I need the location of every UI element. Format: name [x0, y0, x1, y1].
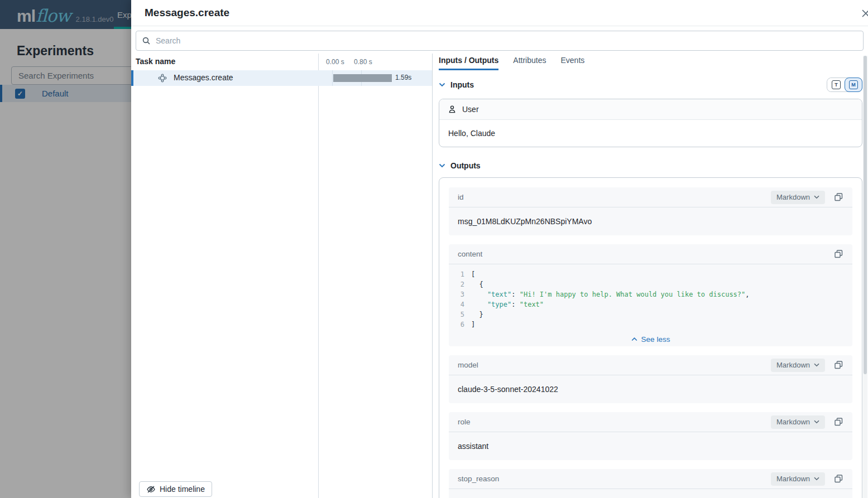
markdown-dropdown[interactable]: Markdown — [771, 472, 825, 486]
modal-title-bar: Messages.create — [131, 0, 868, 26]
output-field-stop-reason: stop_reason Markdown — [449, 469, 852, 498]
vertical-scrollbar[interactable] — [863, 56, 867, 498]
trace-span-icon — [158, 74, 167, 83]
output-field-content: content 1[2 {3 "text": "Hi! I'm happy to… — [449, 244, 852, 346]
field-header: stop_reason Markdown — [449, 469, 852, 489]
see-less-button[interactable]: See less — [449, 332, 852, 346]
field-header: role Markdown — [449, 412, 852, 432]
field-value — [449, 489, 852, 498]
timeline-duration-bar[interactable] — [333, 74, 392, 82]
outputs-section-header[interactable]: Outputs — [439, 156, 862, 176]
field-header: model Markdown — [449, 355, 852, 375]
text-view-button[interactable]: T — [827, 78, 845, 91]
user-icon — [448, 105, 457, 114]
markdown-dropdown[interactable]: Markdown — [771, 191, 825, 204]
search-icon — [142, 36, 151, 46]
user-message-card: User Hello, Claude — [439, 99, 862, 147]
duration-label: 1.59s — [395, 74, 411, 81]
chevron-down-icon — [814, 420, 819, 424]
markdown-dropdown-label: Markdown — [776, 418, 810, 426]
code-line: 6] — [449, 320, 852, 330]
see-less-label: See less — [641, 335, 670, 344]
field-value: assistant — [449, 432, 852, 460]
hide-timeline-button[interactable]: Hide timeline — [139, 481, 212, 497]
field-label: model — [458, 361, 478, 369]
chevron-up-icon — [631, 337, 637, 341]
markdown-dropdown[interactable]: Markdown — [771, 415, 825, 429]
inputs-section-title: Inputs — [450, 80, 474, 89]
chevron-down-icon — [814, 363, 819, 367]
chevron-down-icon — [814, 477, 819, 481]
outputs-container: id Markdown — [439, 177, 862, 498]
field-label: id — [458, 193, 464, 201]
chevron-down-icon — [814, 195, 819, 199]
copy-icon[interactable] — [834, 360, 843, 370]
copy-icon[interactable] — [834, 417, 843, 427]
hide-timeline-label: Hide timeline — [160, 485, 205, 494]
text-view-icon: T — [832, 80, 841, 89]
scrollbar-thumb[interactable] — [864, 56, 867, 374]
markdown-dropdown-label: Markdown — [776, 475, 810, 483]
task-tree-pane: Task name 0.00 s 0.80 s Messages.create — [131, 54, 433, 498]
markdown-view-button[interactable]: M — [845, 78, 862, 92]
modal-title: Messages.create — [145, 7, 229, 19]
markdown-dropdown[interactable]: Markdown — [771, 359, 825, 372]
task-name-column-header: Task name — [136, 57, 175, 66]
timeline-tick-0: 0.00 s — [326, 58, 344, 66]
detail-tabs: Inputs / Outputs Attributes Events — [433, 54, 868, 70]
eye-off-icon — [146, 485, 156, 494]
user-card-header: User — [439, 99, 862, 120]
field-header: id Markdown — [449, 187, 852, 207]
timeline-tick-1: 0.80 s — [354, 58, 372, 66]
output-field-role: role Markdown — [449, 412, 852, 460]
render-mode-toggle: T M — [827, 78, 862, 92]
code-line: 4 "type": "text" — [449, 299, 852, 310]
modal-main: Task name 0.00 s 0.80 s Messages.create — [131, 54, 868, 498]
copy-icon[interactable] — [834, 474, 843, 484]
user-card-value: Hello, Claude — [439, 120, 862, 147]
chevron-down-icon — [439, 83, 445, 87]
json-code-block: 1[2 {3 "text": "Hi! I'm happy to help. W… — [449, 264, 852, 330]
field-value: claude-3-5-sonnet-20241022 — [449, 375, 852, 403]
user-card-title: User — [462, 105, 479, 114]
tree-header-row: Task name 0.00 s 0.80 s — [131, 54, 432, 70]
output-field-id: id Markdown — [449, 187, 852, 235]
field-label: content — [458, 250, 482, 258]
tab-events[interactable]: Events — [560, 54, 584, 70]
trace-detail-modal: Messages.create Task name 0.00 s 0.80 s — [131, 0, 868, 498]
code-line: 2 { — [449, 279, 852, 289]
copy-icon[interactable] — [834, 192, 843, 202]
span-detail-pane: Inputs / Outputs Attributes Events Input… — [433, 54, 868, 498]
tab-inputs-outputs[interactable]: Inputs / Outputs — [439, 54, 498, 70]
markdown-dropdown-label: Markdown — [776, 361, 810, 369]
copy-icon[interactable] — [834, 249, 843, 259]
outputs-section-title: Outputs — [450, 161, 481, 170]
task-row-label: Messages.create — [174, 73, 233, 82]
output-field-model: model Markdown — [449, 355, 852, 403]
code-line: 5 } — [449, 310, 852, 320]
field-label: role — [458, 418, 471, 426]
inputs-section-header[interactable]: Inputs T M — [439, 75, 862, 95]
markdown-view-icon: M — [849, 80, 858, 89]
timeline-gridline — [332, 70, 333, 86]
screen: mlflow 2.18.1.dev0 Exp Experiments Searc… — [0, 0, 868, 498]
field-header: content — [449, 244, 852, 264]
trace-search-bar[interactable] — [136, 31, 864, 51]
field-label: stop_reason — [458, 475, 499, 483]
close-icon[interactable] — [861, 8, 868, 18]
code-line: 1[ — [449, 269, 852, 279]
tab-attributes[interactable]: Attributes — [513, 54, 546, 70]
search-input[interactable] — [156, 36, 857, 45]
tree-timeline-divider — [318, 54, 319, 498]
chevron-down-icon — [439, 163, 445, 168]
detail-scroll-area: Inputs T M Us — [433, 70, 868, 498]
code-line: 3 "text": "Hi! I'm happy to help. What w… — [449, 289, 852, 299]
markdown-dropdown-label: Markdown — [776, 193, 810, 201]
field-value: msg_01M8LdKUZpMn26NBSpiYMAvo — [449, 207, 852, 235]
task-row-messages-create[interactable]: Messages.create 1.59s — [131, 70, 432, 86]
